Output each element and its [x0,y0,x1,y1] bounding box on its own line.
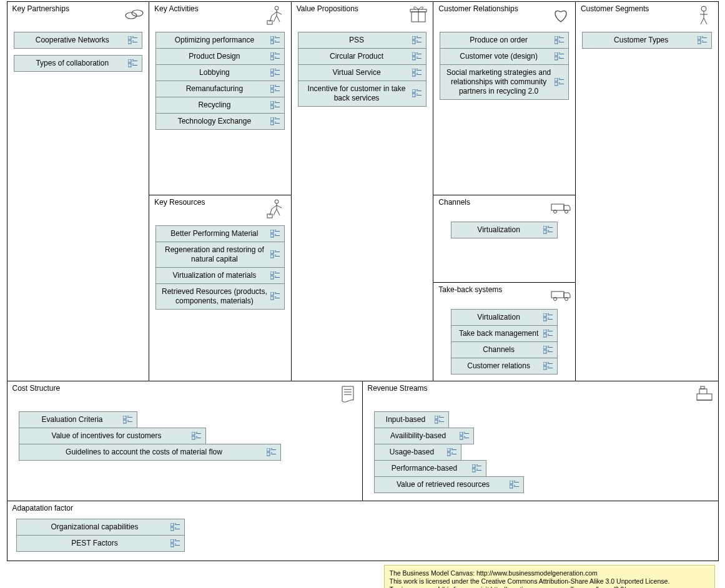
cell-channels: Channels Virtualization [433,195,575,283]
item[interactable]: Retrieved Resources (products, component… [155,283,285,310]
item[interactable]: Take back management [451,325,558,342]
expand-icon[interactable] [447,448,457,457]
title-revenue-streams: Revenue Streams [368,384,428,393]
item[interactable]: Circular Product [298,48,427,65]
expand-icon[interactable] [510,481,520,489]
top-row: Key Partnerships Cooperative Networks Ty… [7,2,718,381]
title-customer-relationships: Customer Relationships [438,4,518,13]
title-key-partnerships: Key Partnerships [12,4,69,13]
item[interactable]: Cooperative Networks [14,32,143,49]
expand-icon[interactable] [270,250,280,259]
gift-icon [408,4,429,26]
header-key-activities: Key Activities [149,2,291,28]
expand-icon[interactable] [412,36,422,45]
license-line-3: To view a copy of this license, visit ht… [390,586,709,588]
header-take-back-systems: Take-back systems [433,283,575,309]
expand-icon[interactable] [555,52,565,61]
license-line-2: This work is licensed under the Creative… [390,577,709,586]
item[interactable]: Customer relations [451,358,558,375]
cell-customer-relationships: Customer Relationships Produce on order … [433,2,575,195]
item[interactable]: Virtualization of materials [155,267,285,284]
worker-icon [266,198,287,219]
truck-icon [550,285,571,306]
item[interactable]: Regeneration and restoring of natural ca… [155,242,285,268]
expand-icon[interactable] [555,36,565,45]
item[interactable]: Channels [451,341,558,358]
expand-icon[interactable] [460,432,470,441]
expand-icon[interactable] [472,464,482,473]
expand-icon[interactable] [270,69,280,77]
item[interactable]: Usage-based [374,444,461,461]
item[interactable]: Input-based [374,411,449,428]
header-key-partnerships: Key Partnerships [7,2,149,28]
expand-icon[interactable] [123,416,133,424]
item[interactable]: Product Design [155,48,285,65]
item[interactable]: Value of retrieved resources [374,476,524,493]
expand-icon[interactable] [543,313,553,322]
item[interactable]: Technology Exchange [155,113,285,130]
col-cost-structure: Cost Structure Evaluation Criteria Value… [7,381,363,501]
expand-icon[interactable] [270,117,280,126]
expand-icon[interactable] [170,539,180,548]
col-activities-resources: Key Activities Optimizing performance Pr… [149,2,292,381]
expand-icon[interactable] [270,292,280,301]
expand-icon[interactable] [170,523,180,532]
header-cost-structure: Cost Structure [7,381,362,408]
col-customer-segments: Customer Segments Customer Types [576,2,718,381]
item[interactable]: Virtualization [451,309,558,326]
document-icon [337,384,358,405]
item[interactable]: Types of collaboration [14,55,143,72]
header-adaptation-factor: Adapatation factor [7,501,718,515]
item[interactable]: Organizational capabilities [16,519,185,536]
item[interactable]: Availibility-based [374,428,474,444]
item[interactable]: Recycling [155,97,285,114]
item[interactable]: Guidelines to account the costs of mater… [19,444,281,461]
item[interactable]: PEST Factors [16,535,185,552]
expand-icon[interactable] [698,36,708,45]
item[interactable]: Value of incentives for customers [19,428,206,444]
expand-icon[interactable] [270,52,280,61]
expand-icon[interactable] [128,36,138,45]
item[interactable]: Better Performing Material [155,225,285,242]
items-key-activities: Optimizing performance Product Design Lo… [149,28,291,137]
title-key-resources: Key Resources [154,198,205,207]
expand-icon[interactable] [270,230,280,238]
expand-icon[interactable] [412,69,422,77]
header-customer-segments: Customer Segments [576,2,718,28]
expand-icon[interactable] [435,416,445,424]
expand-icon[interactable] [270,36,280,45]
bottom-row: Cost Structure Evaluation Criteria Value… [7,381,718,501]
item[interactable]: Social marketing strategies and relation… [440,64,569,100]
item[interactable]: Incentive for customer in take back serv… [298,81,427,107]
items-key-partnerships: Cooperative Networks Types of collaborat… [7,28,149,79]
expand-icon[interactable] [543,330,553,338]
item[interactable]: Virtualization [451,222,558,238]
item[interactable]: Produce on order [440,32,569,49]
worker-icon [266,4,287,26]
expand-icon[interactable] [128,59,138,68]
expand-icon[interactable] [555,78,565,87]
title-key-activities: Key Activities [154,4,199,13]
expand-icon[interactable] [270,272,280,280]
col-key-partnerships: Key Partnerships Cooperative Networks Ty… [7,2,150,381]
expand-icon[interactable] [270,85,280,94]
items-adaptation-factor: Organizational capabilities PEST Factors [7,515,718,561]
expand-icon[interactable] [270,101,280,110]
item[interactable]: Virtual Service [298,64,427,81]
expand-icon[interactable] [543,362,553,371]
item[interactable]: Performance-based [374,460,486,477]
item[interactable]: PSS [298,32,427,49]
title-adaptation-factor: Adapatation factor [12,504,73,512]
expand-icon[interactable] [267,448,277,457]
item[interactable]: Customer vote (design) [440,48,569,65]
expand-icon[interactable] [192,432,202,441]
expand-icon[interactable] [412,89,422,98]
expand-icon[interactable] [543,226,553,235]
item[interactable]: Evaluation Criteria [19,411,137,428]
item[interactable]: Lobbying [155,64,285,81]
expand-icon[interactable] [543,346,553,355]
expand-icon[interactable] [412,52,422,61]
item[interactable]: Remanufacturing [155,81,285,97]
item[interactable]: Customer Types [582,32,712,49]
item[interactable]: Optimizing performance [155,32,285,49]
